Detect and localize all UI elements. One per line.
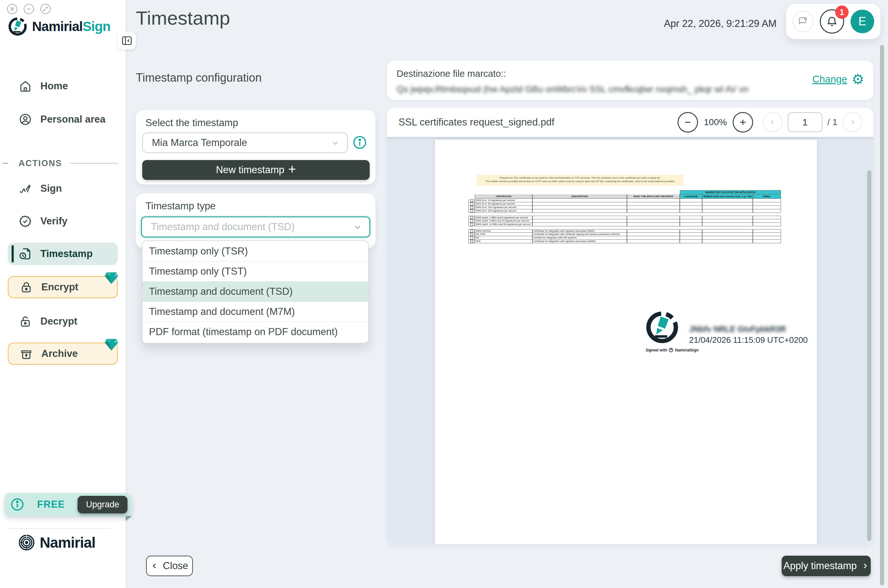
col-receives: WHAT THE APPLICANT RECEIVES — [627, 194, 680, 199]
window-scrollbar[interactable] — [880, 45, 884, 585]
table-row: SWS-SaaS: 1 MB/s and 5 signatures per se… — [468, 216, 781, 219]
page-total: / 1 — [828, 117, 837, 128]
timestamp-type-label: Timestamp type — [146, 200, 215, 212]
sidebar-divider — [8, 528, 110, 529]
select-timestamp-label: Select the timestamp — [146, 117, 238, 129]
window-controls — [7, 4, 51, 14]
table-row: SWS-SLA: 200 signatures per second — [468, 209, 781, 213]
zoom-out-button[interactable] — [677, 112, 698, 132]
pdf-toolbar: SSL certificates request_signed.pdf 100%… — [387, 108, 873, 137]
header-datetime: Apr 22, 2026, 9:21:29 AM — [664, 18, 777, 30]
brand-name: NamirialSign — [32, 19, 110, 34]
checkbox — [470, 216, 473, 219]
destination-label: Destinazione file marcato:: — [397, 69, 864, 79]
zoom-in-button[interactable] — [733, 112, 753, 132]
col-mobile: MOBILE (Add your country code, e.g. +39) — [702, 194, 753, 199]
signed-with-row: Signed with NamirialSign — [638, 348, 706, 352]
premium-gem-icon — [104, 271, 119, 285]
stamp-texts: JNbfv NRLE GtvFpbkR3R 21/04/2026 11:15:0… — [689, 325, 808, 345]
previous-page-button[interactable] — [763, 112, 783, 132]
sidebar-item-sign[interactable]: Sign — [8, 177, 118, 200]
plan-info-icon[interactable] — [10, 497, 24, 512]
footer-brand: Namirial — [18, 534, 95, 551]
chevron-right-icon — [861, 562, 869, 570]
change-link[interactable]: Change — [813, 74, 847, 85]
menu-option-tst[interactable]: Timestamp only (TST) — [143, 261, 368, 281]
select-timestamp-card: Select the timestamp Mia Marca Temporale… — [136, 110, 375, 184]
section-tick — [3, 163, 8, 164]
chevron-left-icon — [151, 562, 159, 570]
sidebar-item-label: Verify — [41, 215, 67, 227]
page-title: Timestamp — [136, 7, 230, 29]
plus-icon: + — [288, 162, 297, 177]
home-icon — [19, 80, 32, 93]
footer-brand-name: Namirial — [40, 534, 95, 551]
new-timestamp-button[interactable]: New timestamp + — [142, 160, 370, 180]
banner-fold — [126, 516, 132, 521]
section-rule — [70, 163, 118, 164]
sidebar-collapse-button[interactable] — [118, 32, 136, 49]
window-expand-icon[interactable] — [41, 4, 51, 14]
destination-path-redacted: Qs jwpqv,Rtmbsqxud (hw Apztd GBu onWbrcV… — [397, 84, 749, 94]
pdf-notice-banner: Request for SSL certificates to be used … — [477, 175, 683, 186]
sidebar-item-label: Personal area — [41, 114, 105, 125]
upgrade-button[interactable]: Upgrade — [78, 496, 128, 513]
lock-closed-icon — [20, 280, 33, 294]
sidebar-item-label: Encrypt — [41, 281, 78, 293]
table-row: SWS-SLA: 100 signatures per second — [468, 206, 781, 209]
menu-option-tsr[interactable]: Timestamp only (TSR) — [143, 241, 368, 261]
sidebar-item-timestamp[interactable]: Timestamp — [8, 243, 118, 265]
sidebar-item-decrypt[interactable]: Decrypt — [8, 310, 118, 333]
close-label: Close — [163, 560, 188, 572]
timestamp-type-select[interactable]: Timestamp and document (TSD) — [141, 216, 370, 237]
sidebar-item-home[interactable]: Home — [8, 75, 118, 97]
avatar[interactable]: E — [850, 10, 874, 33]
stamp-signer-redacted: JNbfv NRLE GtvFpbkR3R — [689, 325, 808, 334]
pdf-page: Request for SSL certificates to be used … — [435, 140, 817, 544]
sidebar-item-encrypt[interactable]: Encrypt — [8, 276, 118, 298]
close-button[interactable]: Close — [146, 556, 193, 576]
menu-option-m7m[interactable]: Timestamp and document (M7M) — [143, 302, 368, 322]
timestamp-document-icon — [19, 247, 32, 261]
info-icon[interactable] — [352, 135, 367, 150]
mini-logo-icon — [668, 348, 673, 352]
mandatory-header: MANDATORY DATA FOR THE APPLICATION — [680, 190, 781, 194]
archive-box-icon — [20, 347, 33, 360]
header-actions-pill: 1 E — [786, 4, 880, 39]
sidebar: NamirialSign Home Personal area ACTIONS … — [0, 0, 126, 588]
sidebar-item-personal-area[interactable]: Personal area — [8, 108, 118, 130]
checkbox — [470, 233, 473, 236]
page-number-input[interactable] — [788, 112, 822, 132]
apply-timestamp-button[interactable]: Apply timestamp — [782, 556, 871, 576]
person-icon — [19, 112, 32, 126]
zoom-level: 100% — [704, 117, 727, 128]
timestamp-type-placeholder: Timestamp and document (TSD) — [151, 221, 353, 233]
window-minimize-icon[interactable] — [24, 4, 34, 14]
plan-banner: FREE Upgrade — [5, 493, 131, 516]
signature-icon — [19, 182, 32, 195]
menu-option-tsd[interactable]: Timestamp and document (TSD) — [143, 281, 368, 302]
table-row: SWS-SaaS: 5 MB/s and 25 signatures per s… — [468, 219, 781, 223]
checkbox — [470, 237, 473, 239]
menu-option-pdf[interactable]: PDF format (timestamp on PDF document) — [143, 322, 368, 342]
new-timestamp-label: New timestamp — [216, 164, 284, 176]
pdf-filename: SSL certificates request_signed.pdf — [399, 117, 677, 128]
sidebar-item-verify[interactable]: Verify — [8, 210, 118, 232]
chevron-down-icon — [353, 222, 362, 232]
gear-icon[interactable]: ⚙ — [852, 72, 864, 86]
col-language: LANGUAGE — [680, 194, 702, 199]
collapse-sidebar-icon — [121, 35, 132, 46]
pdf-scrollbar[interactable] — [867, 170, 871, 541]
window-close-icon[interactable] — [7, 4, 17, 14]
banner-line-2: The mobile number provided will receive … — [477, 180, 683, 183]
col-description: DESCRIPTION — [533, 194, 627, 199]
apply-label: Apply timestamp — [783, 560, 856, 572]
timestamp-select[interactable]: Mia Marca Temporale — [142, 132, 348, 153]
feedback-button[interactable] — [793, 11, 814, 32]
notifications: 1 — [820, 9, 844, 34]
next-page-button[interactable] — [843, 112, 862, 132]
checkbox — [470, 210, 473, 213]
chevron-down-icon — [331, 138, 340, 147]
table-row: RACertified for integration with WS syst… — [468, 236, 781, 240]
sidebar-item-archive[interactable]: Archive — [8, 342, 118, 365]
